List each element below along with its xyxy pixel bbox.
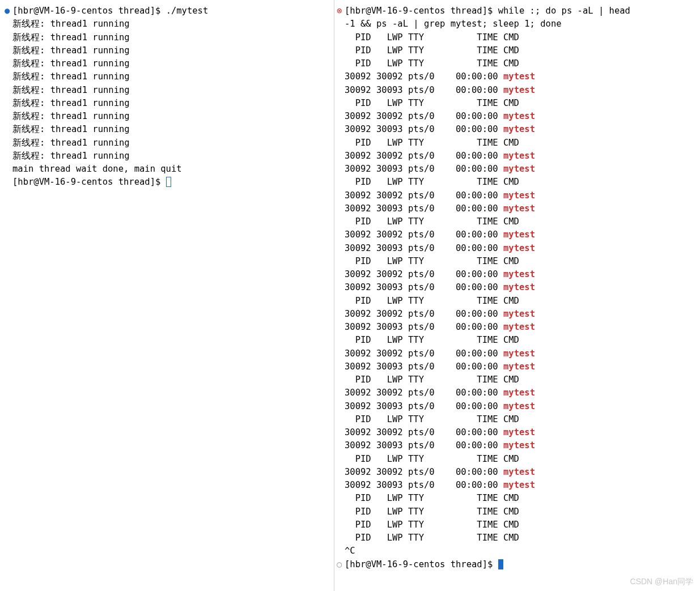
ps-row-line: 30092 30093 pts/0 00:00:00 mytest bbox=[337, 163, 700, 176]
thread-label: 新线程: bbox=[12, 138, 50, 148]
terminal-pane-right[interactable]: ⊗[hbr@VM-16-9-centos thread]$ while :; d… bbox=[334, 0, 700, 591]
ps-row-line: 30092 30093 pts/0 00:00:00 mytest bbox=[337, 360, 700, 373]
command-continuation-line: -1 && ps -aL | grep mytest; sleep 1; don… bbox=[337, 18, 700, 31]
thread-output-line: 新线程: thread1 running bbox=[5, 44, 334, 57]
ps-row-line: 30092 30092 pts/0 00:00:00 mytest bbox=[337, 347, 700, 360]
status-error-icon: ⊗ bbox=[337, 5, 345, 18]
grep-match: mytest bbox=[503, 203, 535, 214]
cursor-icon[interactable] bbox=[166, 177, 171, 187]
ps-header: PID LWP TTY TIME CMD bbox=[345, 58, 519, 69]
ps-row-line: 30092 30092 pts/0 00:00:00 mytest bbox=[337, 466, 700, 479]
ps-header: PID LWP TTY TIME CMD bbox=[345, 216, 519, 227]
thread-output-line: 新线程: thread1 running bbox=[5, 31, 334, 44]
thread-output: thread1 running bbox=[50, 85, 130, 95]
ps-row: 30092 30093 pts/0 00:00:00 bbox=[345, 362, 503, 372]
thread-label: 新线程: bbox=[12, 98, 50, 108]
grep-match: mytest bbox=[503, 427, 535, 437]
ps-row: 30092 30092 pts/0 00:00:00 bbox=[345, 269, 503, 279]
thread-output: thread1 running bbox=[50, 58, 130, 69]
terminal-pane-left[interactable]: ●[hbr@VM-16-9-centos thread]$ ./mytest 新… bbox=[0, 0, 334, 591]
ps-row-line: 30092 30092 pts/0 00:00:00 mytest bbox=[337, 189, 700, 202]
status-dot-icon: ● bbox=[5, 5, 12, 18]
shell-prompt: [hbr@VM-16-9-centos thread]$ bbox=[12, 6, 166, 16]
ps-row: 30092 30092 pts/0 00:00:00 bbox=[345, 111, 503, 121]
ps-header: PID LWP TTY TIME CMD bbox=[345, 454, 519, 464]
ps-header: PID LWP TTY TIME CMD bbox=[345, 533, 519, 543]
ps-header-line: PID LWP TTY TIME CMD bbox=[337, 518, 700, 532]
ps-header: PID LWP TTY TIME CMD bbox=[345, 177, 519, 187]
thread-label: 新线程: bbox=[12, 32, 50, 42]
ps-header-line: PID LWP TTY TIME CMD bbox=[337, 453, 700, 466]
prompt-line: ⊗[hbr@VM-16-9-centos thread]$ while :; d… bbox=[337, 5, 700, 18]
thread-output: thread1 running bbox=[50, 45, 130, 56]
ps-header-line: PID LWP TTY TIME CMD bbox=[337, 413, 700, 426]
grep-match: mytest bbox=[503, 309, 535, 319]
ps-row: 30092 30092 pts/0 00:00:00 bbox=[345, 229, 503, 240]
status-idle-icon: ○ bbox=[337, 558, 345, 571]
thread-output: thread1 running bbox=[50, 111, 130, 121]
thread-output-line: 新线程: thread1 running bbox=[5, 110, 334, 123]
ps-row: 30092 30093 pts/0 00:00:00 bbox=[345, 401, 503, 411]
grep-match: mytest bbox=[503, 164, 535, 174]
ps-header: PID LWP TTY TIME CMD bbox=[345, 256, 519, 266]
cursor-icon[interactable] bbox=[498, 559, 503, 569]
ps-row-line: 30092 30092 pts/0 00:00:00 mytest bbox=[337, 268, 700, 281]
ps-header-line: PID LWP TTY TIME CMD bbox=[337, 97, 700, 110]
thread-label: 新线程: bbox=[12, 58, 50, 69]
ps-row-line: 30092 30092 pts/0 00:00:00 mytest bbox=[337, 386, 700, 399]
thread-label: 新线程: bbox=[12, 124, 50, 134]
ps-header-line: PID LWP TTY TIME CMD bbox=[337, 31, 700, 44]
grep-match: mytest bbox=[503, 190, 535, 201]
done-line: main thread wait done, main quit bbox=[5, 163, 334, 176]
prompt-line: ○[hbr@VM-16-9-centos thread]$ bbox=[337, 558, 700, 571]
ps-row-line: 30092 30093 pts/0 00:00:00 mytest bbox=[337, 202, 700, 215]
ps-row: 30092 30093 pts/0 00:00:00 bbox=[345, 322, 503, 332]
ps-row-line: 30092 30092 pts/0 00:00:00 mytest bbox=[337, 228, 700, 241]
ps-header-line: PID LWP TTY TIME CMD bbox=[337, 215, 700, 228]
command-continuation: -1 && ps -aL | grep mytest; sleep 1; don… bbox=[345, 19, 562, 29]
ps-header-line: PID LWP TTY TIME CMD bbox=[337, 492, 700, 505]
ps-header-line: PID LWP TTY TIME CMD bbox=[337, 295, 700, 308]
ps-row: 30092 30093 pts/0 00:00:00 bbox=[345, 164, 503, 174]
ps-row-line: 30092 30092 pts/0 00:00:00 mytest bbox=[337, 426, 700, 439]
command-text: ./mytest bbox=[166, 6, 209, 16]
ps-row: 30092 30093 pts/0 00:00:00 bbox=[345, 243, 503, 253]
ps-header: PID LWP TTY TIME CMD bbox=[345, 414, 519, 424]
thread-output: thread1 running bbox=[50, 19, 130, 29]
ps-row-line: 30092 30093 pts/0 00:00:00 mytest bbox=[337, 479, 700, 492]
shell-prompt: [hbr@VM-16-9-centos thread]$ bbox=[345, 6, 498, 16]
ps-header: PID LWP TTY TIME CMD bbox=[345, 507, 519, 517]
thread-output: thread1 running bbox=[50, 124, 130, 134]
grep-match: mytest bbox=[503, 362, 535, 372]
ps-header: PID LWP TTY TIME CMD bbox=[345, 45, 519, 56]
ps-row: 30092 30092 pts/0 00:00:00 bbox=[345, 467, 503, 477]
ps-row-line: 30092 30093 pts/0 00:00:00 mytest bbox=[337, 321, 700, 334]
ps-header-line: PID LWP TTY TIME CMD bbox=[337, 176, 700, 189]
command-text: while :; do ps -aL | head bbox=[498, 6, 630, 16]
ps-header: PID LWP TTY TIME CMD bbox=[345, 335, 519, 345]
thread-output: thread1 running bbox=[50, 32, 130, 42]
interrupt-text: ^C bbox=[345, 546, 355, 556]
thread-label: 新线程: bbox=[12, 85, 50, 95]
thread-output: thread1 running bbox=[50, 71, 130, 82]
thread-label: 新线程: bbox=[12, 111, 50, 121]
ps-row: 30092 30093 pts/0 00:00:00 bbox=[345, 282, 503, 292]
ps-row: 30092 30092 pts/0 00:00:00 bbox=[345, 348, 503, 359]
grep-match: mytest bbox=[503, 71, 535, 82]
grep-match: mytest bbox=[503, 151, 535, 161]
ps-row-line: 30092 30092 pts/0 00:00:00 mytest bbox=[337, 70, 700, 83]
thread-label: 新线程: bbox=[12, 151, 50, 161]
thread-output-line: 新线程: thread1 running bbox=[5, 123, 334, 136]
main-done-text: main thread wait done, main quit bbox=[12, 164, 182, 174]
ps-row-line: 30092 30093 pts/0 00:00:00 mytest bbox=[337, 400, 700, 413]
thread-output: thread1 running bbox=[50, 151, 130, 161]
ps-row: 30092 30092 pts/0 00:00:00 bbox=[345, 71, 503, 82]
thread-output-line: 新线程: thread1 running bbox=[5, 84, 334, 97]
ps-header-line: PID LWP TTY TIME CMD bbox=[337, 44, 700, 57]
ps-header: PID LWP TTY TIME CMD bbox=[345, 493, 519, 503]
grep-match: mytest bbox=[503, 388, 535, 398]
ps-row-line: 30092 30093 pts/0 00:00:00 mytest bbox=[337, 84, 700, 97]
ps-row-line: 30092 30092 pts/0 00:00:00 mytest bbox=[337, 150, 700, 163]
ps-header-line: PID LWP TTY TIME CMD bbox=[337, 373, 700, 386]
ps-row-line: 30092 30093 pts/0 00:00:00 mytest bbox=[337, 439, 700, 452]
